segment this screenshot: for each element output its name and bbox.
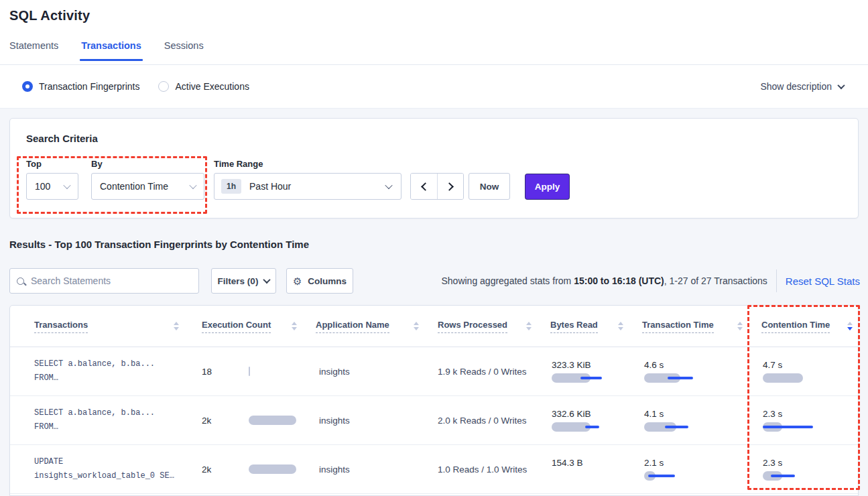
bytes-read-cell: 323.3 KiB — [550, 347, 642, 395]
vertical-divider — [776, 269, 777, 292]
sort-icon[interactable] — [526, 322, 532, 330]
chevron-down-icon — [189, 182, 196, 189]
rows-processed-cell: 2.0 k Reads / 0 Writes — [438, 396, 550, 444]
gear-icon: ⚙ — [293, 276, 302, 286]
by-select[interactable]: Contention Time — [91, 173, 204, 200]
execution-count-cell: 2k — [202, 445, 316, 493]
radio-label: Transaction Fingerprints — [39, 81, 139, 92]
transaction-time-cell: 2.1 s — [642, 445, 761, 493]
radio-selected-icon[interactable] — [22, 81, 33, 92]
page-title: SQL Activity — [9, 8, 90, 23]
sort-icon[interactable] — [414, 322, 419, 330]
show-description-label: Show description — [760, 81, 832, 92]
tab-statements[interactable]: Statements — [9, 40, 58, 61]
header-rows-processed[interactable]: Rows Processed — [438, 306, 550, 347]
search-statements-input[interactable] — [31, 275, 192, 286]
chevron-down-icon — [837, 82, 845, 89]
application-name-cell: insights — [316, 445, 438, 493]
chevron-down-icon — [385, 182, 392, 189]
chevron-down-icon — [263, 276, 271, 284]
next-time-button[interactable] — [437, 174, 463, 199]
filters-label: Filters (0) — [218, 276, 259, 286]
bytes-read-stddev-line — [580, 377, 602, 379]
execution-count-bar — [249, 367, 250, 376]
radio-unselected-icon[interactable] — [158, 81, 169, 92]
by-label: By — [91, 159, 103, 169]
execution-count-cell: 2k — [202, 396, 316, 444]
time-range-pager — [410, 173, 464, 200]
rows-processed-cell: 1.0 Reads / 1.0 Writes — [438, 445, 550, 493]
radio-label: Active Executions — [175, 81, 249, 92]
transaction-fingerprint-cell[interactable]: SELECT a.balance, b.ba...FROM… — [34, 347, 202, 395]
header-transaction-time[interactable]: Transaction Time — [642, 306, 761, 347]
time-range-select[interactable]: 1h Past Hour — [214, 173, 401, 200]
transaction-time-stddev-line — [668, 377, 693, 379]
contention-time-stddev-line — [771, 475, 795, 477]
search-criteria-card: Search Criteria Top 100 By Contention Ti… — [9, 118, 859, 219]
search-statements-box — [9, 268, 199, 294]
application-name-cell: insights — [316, 396, 438, 444]
table-row[interactable]: UPDATEinsights_workload_table_0 SE… 2k i… — [10, 445, 858, 494]
header-execution-count[interactable]: Execution Count — [202, 306, 316, 347]
transaction-fingerprint-cell[interactable]: UPDATEinsights_workload_table_0 SE… — [34, 445, 202, 493]
stats-area: Showing aggregated stats from 15:00 to 1… — [441, 268, 860, 294]
table-row[interactable]: SELECT a.balance, b.ba...FROM… 2k insigh… — [10, 396, 858, 445]
reset-sql-stats-link[interactable]: Reset SQL Stats — [786, 275, 860, 287]
time-range-badge: 1h — [221, 179, 241, 194]
transaction-fingerprint-cell[interactable]: SELECT a.balance, b.ba...FROM… — [34, 396, 202, 444]
previous-time-button[interactable] — [411, 174, 437, 199]
transactions-table: Transactions Execution Count Application… — [9, 305, 859, 496]
application-name-cell: insights — [316, 347, 438, 395]
aggregated-stats-text: Showing aggregated stats from 15:00 to 1… — [441, 275, 767, 286]
rows-processed-cell: 1.9 k Reads / 0 Writes — [438, 347, 550, 395]
time-range-value: Past Hour — [249, 181, 291, 192]
chevron-left-icon — [421, 182, 430, 191]
tab-sessions[interactable]: Sessions — [164, 40, 204, 61]
bytes-read-stddev-line — [585, 426, 599, 428]
chevron-down-icon — [63, 182, 70, 189]
columns-button[interactable]: ⚙ Columns — [286, 268, 353, 294]
columns-label: Columns — [308, 276, 347, 286]
top-select-value: 100 — [35, 181, 50, 192]
sort-icon-active-desc[interactable] — [847, 322, 853, 330]
sort-icon[interactable] — [618, 322, 623, 330]
header-bytes-read[interactable]: Bytes Read — [550, 306, 642, 347]
top-label: Top — [26, 159, 42, 169]
top-select[interactable]: 100 — [26, 173, 78, 200]
bytes-read-cell: 332.6 KiB — [550, 396, 642, 444]
contention-time-stddev-line — [763, 426, 813, 428]
sort-icon[interactable] — [292, 322, 297, 330]
execution-count-bar — [249, 416, 296, 425]
transaction-time-cell: 4.1 s — [642, 396, 761, 444]
tab-bar: Statements Transactions Sessions — [9, 40, 204, 61]
transaction-time-stddev-line — [648, 475, 675, 477]
radio-transaction-fingerprints[interactable]: Transaction Fingerprints — [22, 81, 139, 92]
chevron-right-icon — [445, 182, 454, 191]
execution-count-bar — [249, 464, 296, 474]
contention-time-cell: 4.7 s — [761, 347, 858, 395]
bytes-read-cell: 154.3 B — [550, 445, 642, 493]
header-contention-time[interactable]: Contention Time — [761, 306, 858, 347]
transaction-time-cell: 4.6 s — [642, 347, 761, 395]
table-header-row: Transactions Execution Count Application… — [10, 306, 858, 347]
contention-time-cell: 2.3 s — [761, 396, 858, 444]
now-button[interactable]: Now — [469, 173, 510, 200]
tab-transactions[interactable]: Transactions — [81, 40, 141, 61]
search-criteria-heading: Search Criteria — [26, 133, 98, 144]
contention-time-bar — [763, 373, 803, 383]
apply-button[interactable]: Apply — [525, 174, 570, 200]
contention-time-cell: 2.3 s — [761, 445, 858, 493]
radio-active-executions[interactable]: Active Executions — [158, 81, 249, 92]
header-application-name[interactable]: Application Name — [316, 306, 438, 347]
search-icon — [17, 277, 24, 285]
execution-count-cell: 18 — [202, 347, 316, 395]
show-description-toggle[interactable]: Show description — [760, 81, 844, 92]
sort-icon[interactable] — [174, 322, 179, 330]
sql-activity-page: SQL Activity Statements Transactions Ses… — [0, 0, 868, 496]
time-range-label: Time Range — [214, 159, 263, 169]
header-transactions[interactable]: Transactions — [34, 306, 202, 347]
filters-button[interactable]: Filters (0) — [211, 268, 276, 294]
table-row[interactable]: SELECT a.balance, b.ba...FROM… 18 insigh… — [10, 347, 858, 396]
sort-icon[interactable] — [737, 322, 743, 330]
by-select-value: Contention Time — [100, 181, 168, 192]
